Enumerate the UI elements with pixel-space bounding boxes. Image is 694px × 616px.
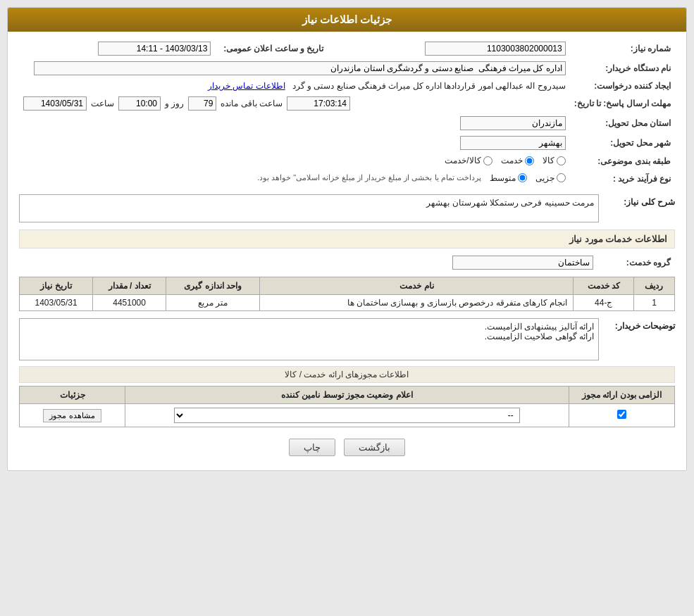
deadline-time-label: ساعت <box>91 99 114 108</box>
buyer-notes-container: ارائه آنالیز پیشنهادی الزامیست. ارائه گو… <box>19 318 599 360</box>
deadline-date-input[interactable] <box>23 96 87 111</box>
announcement-date-value <box>19 39 215 58</box>
list-item: -- مشاهده مجوز <box>20 404 675 427</box>
city-label: شهر محل تحویل: <box>570 133 675 153</box>
purchase-type-radio-small[interactable]: جزیی <box>535 173 566 183</box>
need-description-row: شرح کلی نیاز: مرمت حسینیه فرحی رستمکلا ش… <box>19 194 675 222</box>
services-table: ردیف کد خدمت نام خدمت واحد اندازه گیری ت… <box>19 277 675 311</box>
city-value <box>328 133 569 153</box>
row-code: ج-44 <box>574 295 634 311</box>
need-description-label: شرح کلی نیاز: <box>605 194 675 207</box>
row-date: 1403/05/31 <box>20 295 93 311</box>
service-group-label: گروه خدمت: <box>597 253 675 272</box>
col-qty: تعداد / مقدار <box>93 277 166 295</box>
province-label: استان محل تحویل: <box>570 113 675 133</box>
permit-required-checkbox[interactable] <box>617 410 626 419</box>
page-wrapper: جزئیات اطلاعات نیاز شماره نیاز: تاریخ و … <box>0 0 694 478</box>
permit-col-status: اعلام وضعیت مجوز توسط نامین کننده <box>125 386 569 404</box>
print-button[interactable]: چاپ <box>289 439 335 456</box>
city-input[interactable] <box>460 136 566 150</box>
bottom-buttons: بازگشت چاپ <box>19 439 675 456</box>
view-permit-button[interactable]: مشاهده مجوز <box>43 409 101 422</box>
requester-text: سیدروح اله عبدالهی امور قراردادها اداره … <box>292 81 566 91</box>
permit-col-details: جزئیات <box>20 386 125 404</box>
requester-label: ایجاد کننده درخواست: <box>570 78 675 94</box>
permit-status-select[interactable]: -- <box>174 408 519 423</box>
buyer-notes-label: توضیحات خریدار: <box>605 318 675 331</box>
col-unit: واحد اندازه گیری <box>166 277 260 295</box>
requester-value: سیدروح اله عبدالهی امور قراردادها اداره … <box>19 78 570 94</box>
col-code: کد خدمت <box>574 277 634 295</box>
need-description-text: مرمت حسینیه فرحی رستمکلا شهرستان بهشهر <box>426 198 594 208</box>
col-name: نام خدمت <box>260 277 574 295</box>
buyer-notes-row: توضیحات خریدار: ارائه آنالیز پیشنهادی ال… <box>19 318 675 360</box>
purchase-type-row: جزیی متوسط پرداخت تمام یا بخشی از مبلغ خ… <box>19 170 570 188</box>
announcement-date-input[interactable] <box>98 42 211 56</box>
permit-details-cell: مشاهده مجوز <box>20 404 125 427</box>
row-name: انجام کارهای متفرقه درخصوص بازسازی و بهس… <box>260 295 574 311</box>
main-card: جزئیات اطلاعات نیاز شماره نیاز: تاریخ و … <box>7 7 687 471</box>
category-radio-kala-khedmat[interactable]: کالا/خدمت <box>445 156 492 165</box>
need-description-box: مرمت حسینیه فرحی رستمکلا شهرستان بهشهر <box>19 194 599 222</box>
services-section-header: اطلاعات خدمات مورد نیاز <box>19 230 675 249</box>
announcement-date-label: تاریخ و ساعت اعلان عمومی: <box>215 39 328 58</box>
deadline-time-input[interactable] <box>118 96 161 111</box>
service-group-value <box>19 253 597 272</box>
table-row: 1 ج-44 انجام کارهای متفرقه درخصوص بازساز… <box>20 295 675 311</box>
service-group-input[interactable] <box>452 256 593 270</box>
category-radio-khedmat[interactable]: خدمت <box>501 156 534 165</box>
deadline-day-label: روز و <box>165 99 184 108</box>
category-options: کالا خدمت کالا/خدمت <box>19 153 570 170</box>
row-unit: متر مربع <box>166 295 260 311</box>
deadline-row: ساعت باقی مانده روز و ساعت <box>19 94 570 113</box>
need-number-input[interactable] <box>425 42 566 56</box>
permits-table: الزامی بودن ارائه مجوز اعلام وضعیت مجوز … <box>19 386 675 427</box>
purchase-type-description: پرداخت تمام یا بخشی از مبلغ خریدار از مب… <box>257 173 481 182</box>
deadline-remaining-label: ساعت باقی مانده <box>221 99 283 108</box>
back-button[interactable]: بازگشت <box>344 439 405 456</box>
category-radio-kala[interactable]: کالا <box>543 156 566 165</box>
buyer-notes-box: ارائه آنالیز پیشنهادی الزامیست. ارائه گو… <box>19 318 599 360</box>
province-input[interactable] <box>460 116 566 130</box>
page-title: جزئیات اطلاعات نیاز <box>8 8 686 32</box>
deadline-remaining-input[interactable] <box>287 96 350 111</box>
permits-sub-header: اطلاعات مجوزهای ارائه خدمت / کالا <box>19 366 675 383</box>
permit-required-cell <box>569 404 675 427</box>
purchase-type-label: نوع فرآیند خرید : <box>570 170 675 188</box>
deadline-label: مهلت ارسال پاسخ: تا تاریخ: <box>570 94 675 113</box>
col-row: ردیف <box>633 277 674 295</box>
buyer-org-value <box>19 58 570 78</box>
buyer-org-label: نام دستگاه خریدار: <box>570 58 675 78</box>
category-label: طبقه بندی موضوعی: <box>570 153 675 170</box>
purchase-type-radio-medium[interactable]: متوسط <box>490 173 527 183</box>
service-group-table: گروه خدمت: <box>19 253 675 272</box>
permit-status-cell: -- <box>125 404 569 427</box>
buyer-notes-line2: ارائه گواهی صلاحیت الزامیست. <box>24 332 594 341</box>
buyer-org-input[interactable] <box>34 61 565 75</box>
need-number-label: شماره نیاز: <box>570 39 675 58</box>
row-num: 1 <box>633 295 674 311</box>
col-date: تاریخ نیاز <box>20 277 93 295</box>
contact-info-link[interactable]: اطلاعات تماس خریدار <box>208 81 285 91</box>
need-description-container: مرمت حسینیه فرحی رستمکلا شهرستان بهشهر <box>19 194 599 222</box>
content-area: شماره نیاز: تاریخ و ساعت اعلان عمومی: نا… <box>8 32 686 470</box>
need-number-value <box>328 39 569 58</box>
buyer-notes-line1: ارائه آنالیز پیشنهادی الزامیست. <box>24 322 594 332</box>
province-value <box>328 113 569 133</box>
deadline-day-input[interactable] <box>188 96 216 111</box>
row-qty: 4451000 <box>93 295 166 311</box>
permit-col-required: الزامی بودن ارائه مجوز <box>569 386 675 404</box>
info-table: شماره نیاز: تاریخ و ساعت اعلان عمومی: نا… <box>19 39 675 187</box>
